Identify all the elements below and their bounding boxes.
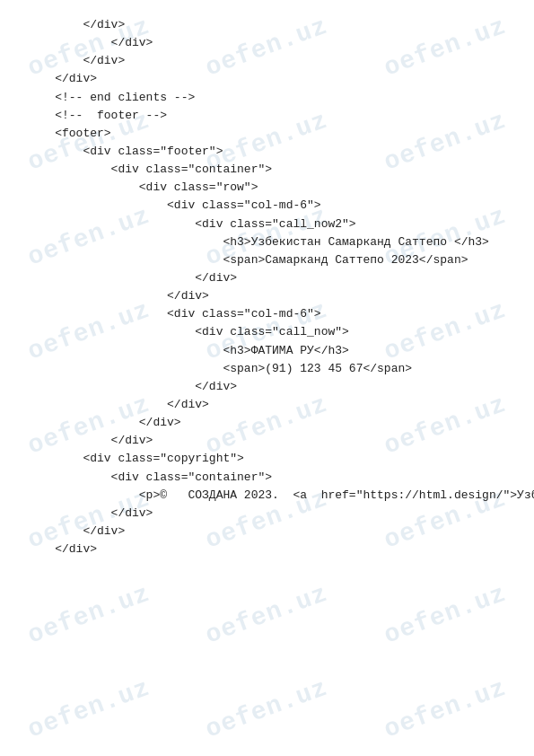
code-line-5: <!-- footer --> — [27, 107, 507, 125]
code-line-3: </div> — [27, 70, 507, 88]
code-line-19: <span>(91) 123 45 67</span> — [27, 360, 507, 378]
code-line-21: </div> — [27, 396, 507, 414]
code-line-16: <div class="col-md-6"> — [27, 305, 507, 323]
code-line-12: <h3>Узбекистан Самарканд Саттепо </h3> — [27, 233, 507, 251]
code-line-18: <h3>ФАТИМА РУ</h3> — [27, 342, 507, 360]
code-line-9: <div class="row"> — [27, 179, 507, 197]
code-line-1: </div> — [27, 34, 507, 52]
code-line-28: </div> — [27, 523, 507, 541]
code-line-23: </div> — [27, 432, 507, 450]
code-line-2: </div> — [27, 52, 507, 70]
code-line-8: <div class="container"> — [27, 161, 507, 179]
code-line-22: </div> — [27, 414, 507, 432]
code-display: </div> </div> </div> </div> <!-- end cli… — [0, 0, 534, 756]
code-line-27: </div> — [27, 505, 507, 523]
code-line-11: <div class="call_now2"> — [27, 215, 507, 233]
code-line-10: <div class="col-md-6"> — [27, 197, 507, 215]
code-line-7: <div class="footer"> — [27, 143, 507, 161]
code-line-4: <!-- end clients --> — [27, 89, 507, 107]
code-line-0: </div> — [27, 16, 507, 34]
code-line-6: <footer> — [27, 125, 507, 143]
code-line-25: <div class="container"> — [27, 469, 507, 487]
code-line-24: <div class="copyright"> — [27, 450, 507, 468]
code-line-20: </div> — [27, 378, 507, 396]
code-line-13: <span>Самарканд Саттепо 2023</span> — [27, 251, 507, 269]
code-line-29: </div> — [27, 541, 507, 558]
code-line-26: <p>© СОЗДАНА 2023. <a href="https://html… — [27, 487, 507, 505]
code-line-14: </div> — [27, 269, 507, 287]
code-lines-container: </div> </div> </div> </div> <!-- end cli… — [27, 16, 507, 558]
code-line-17: <div class="call_now"> — [27, 323, 507, 341]
code-line-15: </div> — [27, 287, 507, 305]
